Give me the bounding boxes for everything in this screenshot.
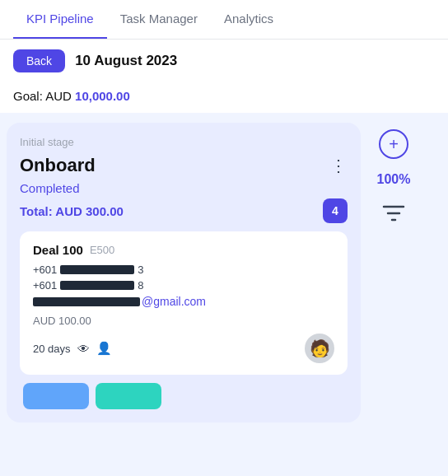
deal-amount: AUD 100.00 — [33, 315, 334, 327]
add-button[interactable]: + — [379, 129, 408, 159]
deal-title-row: Deal 100 E500 — [33, 243, 334, 257]
deal-name: Deal 100 — [33, 243, 83, 257]
top-nav: KPI Pipeline Task Manager Analytics — [0, 0, 448, 40]
deal-footer: 20 days 👁 👤 🧑 — [33, 334, 334, 363]
header-row: Back 10 August 2023 — [0, 40, 448, 82]
tab-analytics[interactable]: Analytics — [211, 0, 287, 39]
avatar: 🧑 — [305, 334, 334, 363]
phone1-prefix: +601 — [33, 264, 57, 276]
phone2-suffix: 8 — [138, 279, 143, 292]
action-btn-teal[interactable] — [96, 383, 161, 409]
days-row: 20 days 👁 👤 — [33, 341, 112, 356]
eye-icon[interactable]: 👁 — [77, 342, 90, 356]
phone2-row: +601 8 — [33, 279, 334, 292]
goal-prefix: Goal: AUD — [13, 89, 72, 103]
phone1-redacted — [60, 265, 134, 274]
filter-icon — [380, 200, 407, 226]
stage-title: Onboard — [20, 155, 96, 176]
count-badge: 4 — [323, 198, 348, 223]
phone1-suffix: 3 — [138, 264, 143, 276]
total-row: Total: AUD 300.00 4 — [20, 198, 348, 223]
completed-label: Completed — [20, 181, 348, 195]
phone1-row: +601 3 — [33, 264, 334, 276]
email-domain: @gmail.com — [142, 295, 206, 308]
goal-amount: 10,000.00 — [75, 89, 130, 103]
phone2-redacted — [60, 281, 134, 290]
content-area: Initial stage Onboard ⋮ Completed Total:… — [0, 113, 448, 432]
pipeline-card: Initial stage Onboard ⋮ Completed Total:… — [7, 123, 361, 422]
days-label: 20 days — [33, 343, 71, 355]
phone2-prefix: +601 — [33, 279, 57, 292]
deal-code: E500 — [90, 244, 114, 256]
percent-label: 100% — [377, 172, 411, 187]
person-icon[interactable]: 👤 — [96, 341, 112, 356]
deal-card: Deal 100 E500 +601 3 +601 8 @gmail.com A… — [20, 231, 348, 375]
goal-row: Goal: AUD 10,000.00 — [0, 82, 448, 113]
bottom-buttons — [20, 383, 348, 409]
header-date: 10 August 2023 — [75, 53, 177, 69]
action-btn-blue[interactable] — [23, 383, 89, 409]
email-row: @gmail.com — [33, 295, 334, 308]
tab-task-manager[interactable]: Task Manager — [107, 0, 211, 39]
stage-label: Initial stage — [20, 136, 348, 148]
more-options-icon[interactable]: ⋮ — [330, 156, 348, 175]
right-sidebar: + 100% — [361, 123, 427, 422]
tab-kpi-pipeline[interactable]: KPI Pipeline — [13, 0, 107, 39]
stage-title-row: Onboard ⋮ — [20, 155, 348, 176]
back-button[interactable]: Back — [13, 49, 65, 72]
total-amount: Total: AUD 300.00 — [20, 204, 124, 218]
email-redacted — [33, 297, 140, 306]
filter-button[interactable] — [380, 200, 407, 226]
